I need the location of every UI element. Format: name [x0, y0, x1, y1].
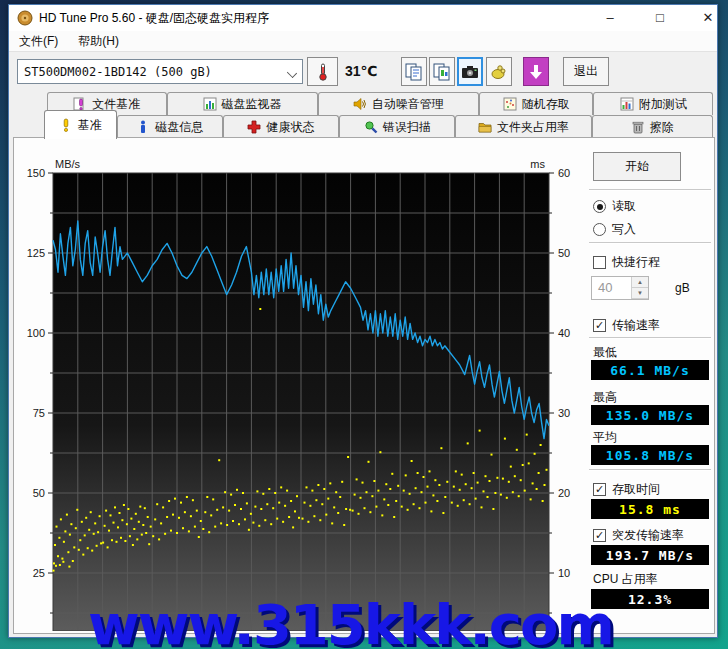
donate-button[interactable]: [486, 57, 512, 86]
divider: [589, 469, 711, 471]
copy-text-icon: [405, 63, 423, 81]
cpu-usage-label: CPU 占用率: [593, 571, 658, 588]
short-stroke-checkbox[interactable]: [593, 256, 606, 269]
tab-label: 擦除: [650, 119, 674, 136]
burst-rate-display: 193.7 MB/s: [591, 545, 709, 565]
folder-icon: [478, 120, 492, 134]
avg-value-display: 105.8 MB/s: [591, 445, 709, 465]
short-stroke-value: 40: [592, 277, 631, 299]
gb-unit-label: gB: [675, 281, 690, 295]
tab-row-lower: 基准 磁盘信息 健康状态 错误扫描 文件夹占用率 擦除: [44, 115, 713, 138]
tab-error-scan[interactable]: 错误扫描: [339, 115, 455, 138]
drive-select-value: ST500DM002-1BD142 (500 gB): [24, 65, 212, 79]
start-button[interactable]: 开始: [593, 152, 681, 181]
trash-icon: [631, 120, 645, 134]
divider: [589, 189, 711, 191]
divider: [589, 337, 711, 339]
avg-label: 平均: [593, 429, 617, 446]
svg-text:75: 75: [33, 407, 45, 419]
burst-rate-checkbox[interactable]: [593, 529, 606, 542]
burst-rate-option[interactable]: 突发传输速率: [593, 527, 684, 544]
exit-button[interactable]: 退出: [563, 57, 609, 86]
svg-text:ms: ms: [530, 158, 545, 170]
svg-text:60: 60: [558, 167, 570, 179]
close-button[interactable]: ✕: [693, 7, 723, 29]
spinner-up-icon[interactable]: ▲: [632, 277, 648, 288]
chevron-down-icon: [287, 68, 297, 78]
read-radio[interactable]: [593, 200, 606, 213]
random-access-icon: [503, 97, 517, 111]
tab-extra-tests[interactable]: 附加测试: [593, 92, 713, 115]
svg-text:40: 40: [558, 327, 570, 339]
short-stroke-option[interactable]: 快捷行程: [593, 254, 660, 271]
tab-random-access[interactable]: 随机存取: [479, 92, 593, 115]
access-time-label: 存取时间: [612, 481, 660, 498]
magnifier-icon: [364, 120, 378, 134]
svg-text:20: 20: [558, 487, 570, 499]
health-cross-icon: [247, 120, 261, 134]
short-stroke-label: 快捷行程: [612, 254, 660, 271]
disk-monitor-icon: [203, 97, 217, 111]
access-time-option[interactable]: 存取时间: [593, 481, 660, 498]
benchmark-chart: 150125100755025605040302010MB/sms: [17, 155, 577, 631]
tab-folder-usage[interactable]: 文件夹占用率: [455, 115, 591, 138]
title-bar: HD Tune Pro 5.60 - 硬盘/固态硬盘实用程序 – □ ✕: [9, 5, 717, 31]
hand-coins-icon: [490, 63, 508, 81]
svg-text:50: 50: [558, 247, 570, 259]
tab-label: 基准: [78, 117, 102, 134]
maximize-button[interactable]: □: [645, 7, 675, 29]
tab-disk-monitor[interactable]: 磁盘监视器: [167, 92, 318, 115]
short-stroke-spinner[interactable]: 40 ▲ ▼: [591, 276, 649, 300]
copy-image-button[interactable]: [429, 57, 455, 86]
write-option[interactable]: 写入: [593, 221, 636, 238]
toolbar: ST500DM002-1BD142 (500 gB) 31℃: [9, 53, 717, 92]
update-button[interactable]: [523, 57, 549, 86]
screenshot-button[interactable]: [457, 57, 483, 86]
tab-erase[interactable]: 擦除: [592, 115, 713, 138]
drive-select[interactable]: ST500DM002-1BD142 (500 gB): [17, 59, 303, 84]
spinner-down-icon[interactable]: ▼: [632, 288, 648, 299]
max-label: 最高: [593, 389, 617, 406]
tab-health[interactable]: 健康状态: [223, 115, 339, 138]
temperature-button[interactable]: [307, 57, 338, 86]
min-label: 最低: [593, 344, 617, 361]
max-value-display: 135.0 MB/s: [591, 405, 709, 425]
tab-label: 附加测试: [639, 96, 687, 113]
write-label: 写入: [612, 221, 636, 238]
tab-aam[interactable]: 自动噪音管理: [318, 92, 479, 115]
tab-label: 磁盘信息: [155, 119, 203, 136]
copy-image-icon: [433, 63, 451, 81]
menu-help[interactable]: 帮助(H): [68, 31, 129, 51]
access-time-display: 15.8 ms: [591, 499, 709, 519]
tab-benchmark[interactable]: 基准: [44, 110, 117, 139]
tab-label: 错误扫描: [383, 119, 431, 136]
access-time-checkbox[interactable]: [593, 483, 606, 496]
svg-text:25: 25: [33, 567, 45, 579]
disk-info-icon: [136, 120, 150, 134]
tab-disk-info[interactable]: 磁盘信息: [117, 115, 223, 138]
tab-label: 健康状态: [266, 119, 314, 136]
benchmark-icon: [59, 118, 73, 132]
download-arrow-icon: [528, 64, 544, 80]
speaker-icon: [353, 97, 367, 111]
desktop: HD Tune Pro 5.60 - 硬盘/固态硬盘实用程序 – □ ✕ 文件(…: [0, 0, 728, 649]
svg-text:100: 100: [27, 327, 45, 339]
tab-label: 磁盘监视器: [222, 96, 282, 113]
read-option[interactable]: 读取: [593, 198, 636, 215]
temperature-value: 31℃: [345, 63, 378, 79]
tab-label: 自动噪音管理: [372, 96, 444, 113]
transfer-rate-checkbox[interactable]: [593, 319, 606, 332]
svg-text:125: 125: [27, 247, 45, 259]
read-label: 读取: [612, 198, 636, 215]
transfer-rate-option[interactable]: 传输速率: [593, 317, 660, 334]
write-radio[interactable]: [593, 223, 606, 236]
app-window: HD Tune Pro 5.60 - 硬盘/固态硬盘实用程序 – □ ✕ 文件(…: [8, 4, 718, 638]
tab-label: 随机存取: [522, 96, 570, 113]
svg-text:50: 50: [33, 487, 45, 499]
hd-tune-logo-icon: [17, 10, 33, 26]
copy-text-button[interactable]: [401, 57, 427, 86]
transfer-rate-label: 传输速率: [612, 317, 660, 334]
minimize-button[interactable]: –: [595, 7, 625, 29]
menu-file[interactable]: 文件(F): [9, 31, 68, 51]
watermark: www.315kkk.com: [88, 592, 613, 649]
